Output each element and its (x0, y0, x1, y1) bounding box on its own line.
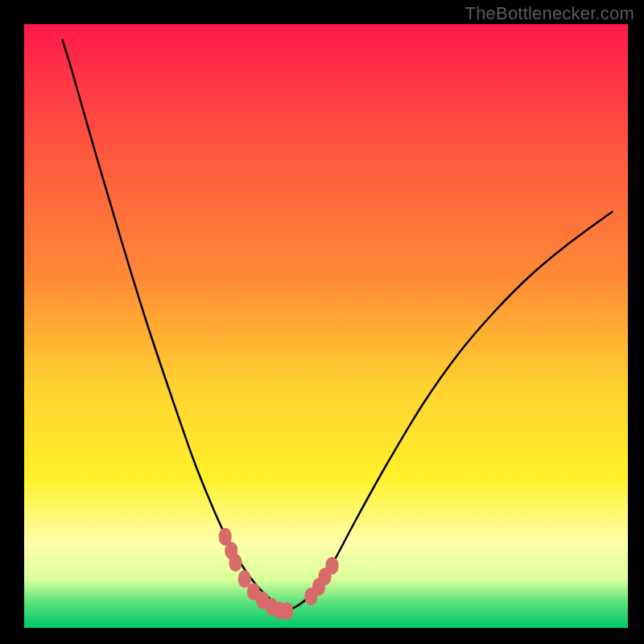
chart-svg (0, 0, 644, 644)
plot-area (24, 24, 628, 628)
marker-point (280, 602, 293, 620)
bottleneck-chart: TheBottlenecker.com (0, 0, 644, 644)
marker-point (229, 554, 242, 572)
watermark-text: TheBottlenecker.com (465, 3, 634, 24)
marker-point (326, 557, 339, 575)
